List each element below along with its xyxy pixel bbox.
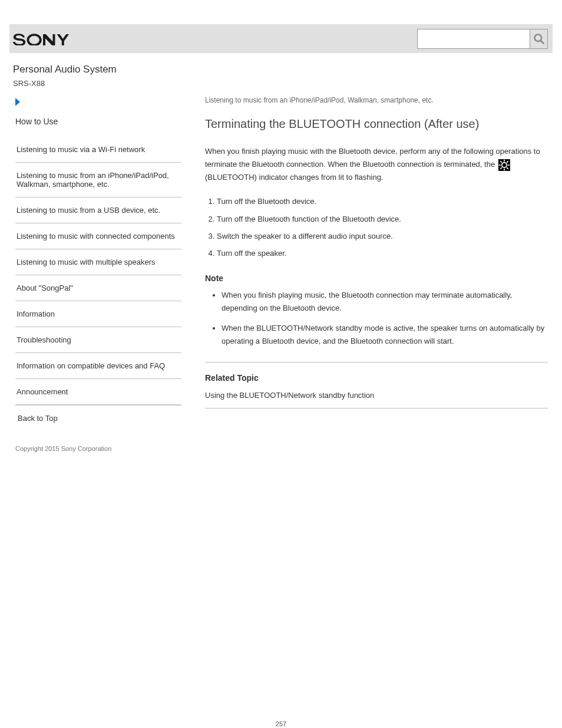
intro-text-before: When you finish playing music with the B…: [205, 147, 540, 169]
header-bar: [9, 24, 553, 53]
page-number: 257: [0, 720, 562, 727]
sidebar-item[interactable]: Listening to music with multiple speaker…: [15, 249, 181, 275]
divider: [205, 408, 548, 409]
product-title: Personal Audio System: [13, 64, 562, 75]
chevron-right-icon: [13, 97, 181, 108]
sidebar-item[interactable]: About "SongPal": [15, 275, 181, 301]
sidebar-item[interactable]: Listening to music from an iPhone/iPad/i…: [15, 163, 181, 197]
sidebar-item[interactable]: Listening to music from a USB device, et…: [15, 197, 181, 223]
note-heading: Note: [205, 274, 548, 283]
page-title: Terminating the BLUETOOTH connection (Af…: [205, 117, 548, 131]
note-list: When you finish playing music, the Bluet…: [222, 289, 548, 348]
note-item: When the BLUETOOTH/Network standby mode …: [222, 322, 548, 348]
sidebar-item[interactable]: Information on compatible devices and FA…: [15, 353, 181, 379]
intro-paragraph: When you finish playing music with the B…: [205, 145, 548, 184]
step-item: Turn off the Bluetooth device.: [217, 195, 548, 208]
intro-text-after: (BLUETOOTH) indicator changes from lit t…: [205, 173, 384, 182]
svg-point-0: [534, 34, 541, 41]
sidebar-item[interactable]: Listening to music via a Wi-Fi network: [15, 137, 181, 163]
sidebar-nav: Listening to music via a Wi-Fi network L…: [15, 137, 181, 405]
product-model: SRS-X88: [13, 79, 562, 88]
bluetooth-gear-icon: [498, 159, 510, 171]
back-to-top-link[interactable]: Back to Top: [15, 405, 181, 431]
related-topic-link[interactable]: Using the BLUETOOTH/Network standby func…: [205, 391, 548, 400]
related-topic-heading: Related Topic: [205, 362, 548, 383]
search-icon: [533, 33, 545, 45]
sidebar-item[interactable]: Listening to music with connected compon…: [15, 223, 181, 249]
note-item: When you finish playing music, the Bluet…: [222, 289, 548, 315]
svg-line-1: [540, 40, 544, 44]
search-button[interactable]: [530, 29, 548, 49]
sidebar-item[interactable]: Information: [15, 301, 181, 327]
sony-logo: [13, 32, 78, 46]
step-item: Turn off the speaker.: [217, 246, 548, 260]
steps-list: Turn off the Bluetooth device. Turn off …: [217, 195, 548, 261]
search-input[interactable]: [417, 29, 530, 49]
step-item: Switch the speaker to a different audio …: [217, 229, 548, 243]
copyright: Copyright 2015 Sony Corporation: [15, 445, 562, 452]
sidebar: How to Use Listening to music via a Wi-F…: [9, 94, 181, 431]
sidebar-item[interactable]: Announcement: [15, 379, 181, 405]
step-item: Turn off the Bluetooth function of the B…: [217, 212, 548, 226]
how-to-use-heading: How to Use: [15, 117, 181, 126]
breadcrumb: Listening to music from an iPhone/iPad/i…: [205, 96, 548, 104]
search-wrap: [417, 29, 548, 49]
sidebar-item[interactable]: Troubleshooting: [15, 327, 181, 353]
main-content: Listening to music from an iPhone/iPad/i…: [181, 94, 553, 431]
